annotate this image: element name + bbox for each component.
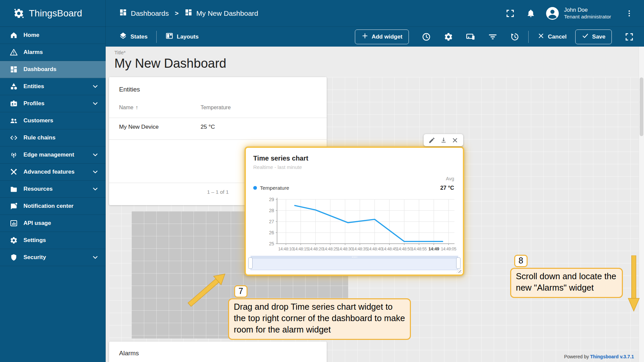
- step-number-badge: 7: [234, 285, 248, 298]
- resources-icon: [10, 185, 18, 193]
- chart-time-scrollbar[interactable]: [251, 256, 458, 270]
- timewindow-clock-icon[interactable]: [422, 32, 431, 42]
- sidebar-item-alarms[interactable]: Alarms: [0, 44, 106, 61]
- breadcrumb-current-dashboard[interactable]: My New Dashboard: [184, 8, 258, 18]
- sidebar-item-rule-chains[interactable]: Rule chains: [0, 129, 106, 146]
- sidebar-item-label: Security: [23, 254, 86, 261]
- dashboard-title-input[interactable]: My New Dashboard: [114, 56, 226, 71]
- profiles-icon: [10, 100, 18, 108]
- chevron-down-icon: [92, 254, 99, 261]
- dashboard-settings-gear-icon[interactable]: [444, 32, 453, 42]
- table-row[interactable]: My New Device 25 °C: [119, 124, 323, 130]
- sidebar-item-home[interactable]: Home: [0, 27, 106, 44]
- user-avatar[interactable]: [545, 6, 559, 20]
- sidebar-item-dashboards[interactable]: Dashboards: [0, 61, 106, 78]
- notification-center-icon: [10, 202, 18, 210]
- sidebar-item-settings[interactable]: Settings: [0, 232, 106, 249]
- download-widget-icon[interactable]: [440, 137, 447, 144]
- thingsboard-version-link[interactable]: Thingsboard v.3.7.1: [590, 354, 634, 359]
- svg-text:14:48:25: 14:48:25: [323, 247, 338, 251]
- sidebar-item-notification-center[interactable]: Notification center: [0, 198, 106, 215]
- time-series-chart-widget[interactable]: Time series chart Realtime - last minute…: [245, 146, 464, 276]
- widget-action-bar: [424, 134, 463, 146]
- chevron-down-icon: [92, 100, 99, 107]
- scrollbar-handle-right[interactable]: [456, 257, 461, 269]
- layouts-button[interactable]: Layouts: [165, 32, 199, 42]
- legend-series-label: Temperature: [260, 185, 289, 191]
- cancel-button[interactable]: Cancel: [537, 32, 567, 41]
- svg-text:14:48:45: 14:48:45: [382, 247, 397, 251]
- filters-icon[interactable]: [488, 32, 497, 42]
- breadcrumb-label: Dashboards: [131, 9, 169, 17]
- version-history-icon[interactable]: [510, 32, 520, 42]
- rule-chains-icon: [10, 134, 18, 142]
- kebab-menu-icon[interactable]: [625, 9, 633, 17]
- scrollbar-handle-left[interactable]: [248, 257, 253, 269]
- widget-title: Time series chart: [253, 155, 308, 162]
- sidebar-item-security[interactable]: Security: [0, 249, 106, 266]
- app-logo[interactable]: ThingsBoard: [0, 0, 106, 27]
- sidebar-item-resources[interactable]: Resources: [0, 181, 106, 198]
- breadcrumb-dashboards[interactable]: Dashboards: [119, 8, 169, 18]
- dashboard-grid-icon: [184, 8, 193, 18]
- expand-fullscreen-icon[interactable]: [625, 32, 634, 42]
- sidebar-item-edge-management[interactable]: Edge management: [0, 146, 106, 164]
- plus-icon: [361, 32, 369, 41]
- scrollbar-thumb[interactable]: [640, 77, 643, 136]
- sidebar-item-label: Dashboards: [23, 66, 99, 73]
- widget-title: Entities: [119, 86, 140, 93]
- settings-icon: [10, 236, 18, 244]
- fullscreen-icon[interactable]: [505, 9, 515, 18]
- sidebar: ThingsBoard HomeAlarmsDashboardsEntities…: [0, 0, 106, 362]
- svg-text:28: 28: [269, 208, 274, 213]
- svg-text:26: 26: [269, 230, 274, 235]
- advanced-features-icon: [10, 168, 18, 176]
- annotation-step-7: 7 Drag and drop Time series chart widget…: [228, 285, 411, 340]
- user-role: Tenant administrator: [564, 13, 611, 20]
- sidebar-item-customers[interactable]: Customers: [0, 112, 106, 129]
- column-header-name[interactable]: Name ↑: [119, 105, 201, 111]
- user-block[interactable]: John Doe Tenant administrator: [564, 6, 611, 20]
- main-area: Dashboards > My New Dashboard John Doe T…: [106, 0, 644, 362]
- step-text: Drag and drop Time series chart widget t…: [228, 298, 411, 340]
- yellow-arrow-down: [626, 255, 642, 313]
- legend-avg-value: 27 °C: [440, 185, 454, 191]
- legend-row[interactable]: Temperature 27 °C: [253, 185, 454, 191]
- widget-subtitle: Realtime - last minute: [253, 164, 302, 170]
- alarms-widget: Alarms: [109, 342, 327, 362]
- scrollbar-track[interactable]: [251, 256, 458, 259]
- top-header: Dashboards > My New Dashboard John Doe T…: [106, 0, 644, 27]
- dashboard-grid-icon: [119, 8, 127, 18]
- breadcrumb-separator: >: [175, 10, 178, 17]
- sidebar-item-entities[interactable]: Entities: [0, 78, 106, 95]
- entity-aliases-devices-icon[interactable]: [466, 32, 475, 42]
- sidebar-item-advanced-features[interactable]: Advanced features: [0, 164, 106, 181]
- cell-temperature: 25 °C: [201, 124, 215, 130]
- column-header-temperature[interactable]: Temperature: [201, 105, 231, 111]
- edge-management-icon: [10, 151, 18, 159]
- customers-icon: [10, 117, 18, 125]
- dashboard-content: Title* My New Dashboard Entities Name ↑ …: [106, 47, 644, 362]
- close-widget-icon[interactable]: [451, 137, 459, 144]
- sidebar-item-label: Profiles: [23, 100, 86, 107]
- states-button[interactable]: States: [119, 32, 148, 42]
- cell-device-name: My New Device: [119, 124, 201, 130]
- notifications-bell-icon[interactable]: [526, 9, 535, 18]
- save-button[interactable]: Save: [575, 29, 612, 44]
- scrollbar-window[interactable]: [251, 259, 458, 270]
- sidebar-item-profiles[interactable]: Profiles: [0, 95, 106, 112]
- sidebar-nav: HomeAlarmsDashboardsEntitiesProfilesCust…: [0, 27, 106, 266]
- svg-text:27: 27: [269, 219, 274, 224]
- dashboard-toolbar: States Layouts Add widget: [106, 27, 644, 47]
- sidebar-item-api-usage[interactable]: API usage: [0, 215, 106, 232]
- layouts-icon: [165, 32, 173, 42]
- legend-agg-header: Avg: [446, 176, 454, 181]
- edit-widget-pencil-icon[interactable]: [428, 137, 435, 144]
- sidebar-item-label: Resources: [23, 186, 86, 192]
- breadcrumb-label: My New Dashboard: [196, 9, 258, 17]
- sort-asc-icon: ↑: [136, 105, 138, 111]
- add-widget-button[interactable]: Add widget: [355, 29, 409, 44]
- chevron-down-icon: [92, 151, 99, 159]
- vertical-scrollbar[interactable]: [639, 47, 644, 362]
- toolbar-divider: [528, 31, 529, 43]
